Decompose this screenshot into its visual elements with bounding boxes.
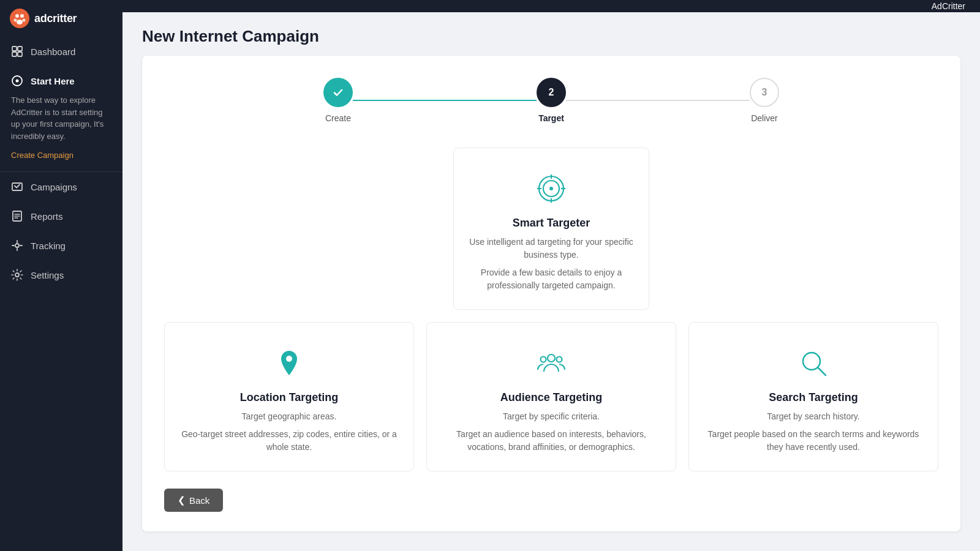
sidebar-item-dashboard[interactable]: Dashboard <box>0 37 123 66</box>
sidebar-item-campaigns[interactable]: Campaigns <box>0 172 123 201</box>
logo-area: adcritter <box>0 0 123 37</box>
svg-rect-8 <box>18 52 22 56</box>
step-deliver: 3 Deliver <box>750 78 779 123</box>
svg-rect-5 <box>12 47 17 51</box>
audience-targeting-title: Audience Targeting <box>500 391 603 404</box>
topbar: AdCritter <box>123 0 980 12</box>
settings-icon <box>11 269 23 281</box>
location-targeting-desc-short: Target geographic areas. <box>242 410 337 423</box>
search-targeting-card[interactable]: Search Targeting Target by search histor… <box>688 322 938 471</box>
smart-targeter-desc-long: Provide a few basic details to enjoy a p… <box>469 266 634 292</box>
start-here-section: Start Here The best way to explore AdCri… <box>0 66 123 172</box>
step-target-label: Target <box>538 113 564 123</box>
svg-rect-7 <box>12 52 17 56</box>
svg-point-0 <box>15 14 19 18</box>
search-targeting-desc-short: Target by search history. <box>767 410 859 423</box>
tracking-icon <box>11 239 23 252</box>
svg-point-17 <box>15 273 19 277</box>
campaigns-icon <box>11 181 23 193</box>
connector-2 <box>566 100 750 101</box>
svg-point-28 <box>557 357 562 362</box>
svg-point-25 <box>286 356 292 362</box>
step-target-number: 2 <box>549 87 554 98</box>
settings-label: Settings <box>31 270 64 280</box>
audience-targeting-desc-long: Target an audience based on interests, b… <box>442 428 661 454</box>
logo-text: adcritter <box>34 12 77 25</box>
page-title: New Internet Campaign <box>142 27 960 46</box>
tracking-label: Tracking <box>31 241 66 251</box>
main-content: AdCritter New Internet Campaign Create <box>123 0 980 551</box>
stepper-row: Create 2 Target 3 Deliver <box>164 78 938 123</box>
smart-targeter-icon <box>533 170 570 207</box>
location-targeting-card[interactable]: Location Targeting Target geographic are… <box>164 322 414 471</box>
dashboard-icon <box>11 45 23 58</box>
sidebar: adcritter Dashboard <box>0 0 123 551</box>
svg-point-16 <box>15 244 19 247</box>
svg-point-26 <box>548 354 555 362</box>
step-target-circle: 2 <box>537 78 566 107</box>
start-here-icon <box>11 75 23 87</box>
svg-point-3 <box>23 19 26 22</box>
connector-1 <box>353 100 537 101</box>
content-card: Create 2 Target 3 Deliver <box>142 56 960 531</box>
svg-point-4 <box>17 20 23 24</box>
smart-targeter-card[interactable]: Smart Targeter Use intelligent ad target… <box>453 148 649 310</box>
back-button-label: Back <box>189 495 209 506</box>
stepper: Create 2 Target 3 Deliver <box>164 78 938 123</box>
search-targeting-title: Search Targeting <box>769 391 858 404</box>
sidebar-item-reports[interactable]: Reports <box>0 201 123 231</box>
smart-targeter-desc-short: Use intelligent ad targeting for your sp… <box>469 236 634 261</box>
search-targeting-desc-long: Target people based on the search terms … <box>704 428 923 454</box>
campaigns-label: Campaigns <box>31 182 77 192</box>
start-here-header: Start Here <box>11 75 111 87</box>
audience-targeting-card[interactable]: Audience Targeting Target by specific cr… <box>426 322 676 471</box>
step-create-label: Create <box>325 113 351 123</box>
step-create-circle <box>323 78 353 107</box>
cards-top-row: Smart Targeter Use intelligent ad target… <box>164 148 938 310</box>
location-targeting-icon <box>271 345 307 381</box>
reports-icon <box>11 210 23 222</box>
sidebar-item-settings[interactable]: Settings <box>0 260 123 290</box>
search-targeting-icon <box>795 345 832 381</box>
location-targeting-desc-long: Geo-target street addresses, zip codes, … <box>179 428 399 454</box>
svg-point-2 <box>14 19 17 22</box>
audience-targeting-icon <box>533 345 570 381</box>
smart-targeter-title: Smart Targeter <box>513 217 590 230</box>
svg-line-30 <box>818 367 826 375</box>
step-deliver-number: 3 <box>762 87 767 98</box>
start-here-label: Start Here <box>31 76 75 86</box>
footer-actions: ❮ Back <box>164 489 938 512</box>
step-target: 2 Target <box>537 78 566 123</box>
dashboard-label: Dashboard <box>31 47 75 57</box>
back-button[interactable]: ❮ Back <box>164 489 223 512</box>
sidebar-navigation: Dashboard Start Here The best way to exp… <box>0 37 123 551</box>
topbar-user: AdCritter <box>932 1 965 11</box>
start-here-description: The best way to explore AdCritter is to … <box>11 94 111 142</box>
create-campaign-link[interactable]: Create Campaign <box>11 151 74 160</box>
step-create: Create <box>323 78 353 123</box>
audience-targeting-desc-short: Target by specific criteria. <box>503 410 600 423</box>
svg-point-1 <box>20 14 24 18</box>
page-header: New Internet Campaign <box>123 12 980 56</box>
svg-point-20 <box>549 187 553 190</box>
svg-rect-6 <box>18 47 22 51</box>
svg-point-10 <box>16 80 19 83</box>
logo-icon <box>10 9 29 28</box>
sidebar-item-tracking[interactable]: Tracking <box>0 231 123 260</box>
cards-bottom-row: Location Targeting Target geographic are… <box>164 322 938 471</box>
reports-label: Reports <box>31 211 63 222</box>
back-chevron-icon: ❮ <box>178 495 186 506</box>
svg-point-27 <box>541 357 546 362</box>
step-deliver-circle: 3 <box>750 78 779 107</box>
location-targeting-title: Location Targeting <box>240 391 339 404</box>
step-deliver-label: Deliver <box>751 113 778 123</box>
